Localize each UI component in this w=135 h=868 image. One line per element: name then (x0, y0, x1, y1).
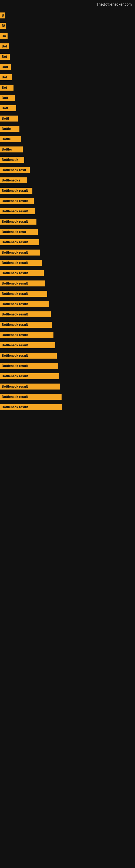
bottleneck-label: Bot (0, 43, 9, 50)
list-item: Bot (0, 41, 135, 52)
list-item: Bottleneck result (0, 340, 135, 350)
list-item: B/ (0, 21, 135, 31)
bottleneck-label: Bot (0, 54, 10, 60)
list-item: Bottleneck result (0, 278, 135, 289)
list-item: Bottleneck (0, 155, 135, 165)
bottleneck-label: Bottleneck result (0, 322, 52, 328)
bottleneck-label: Bottleneck result (0, 352, 57, 359)
bottleneck-label: Bottleneck result (0, 270, 44, 276)
bottleneck-label: Bottleneck (0, 157, 24, 163)
bottleneck-label: Bottleneck resu (0, 167, 30, 173)
bottleneck-label: Bottleneck resu (0, 229, 38, 235)
bottleneck-label: Bottleneck result (0, 383, 60, 390)
list-item: Bottleneck result (0, 196, 135, 206)
bottleneck-label: Bottle (0, 136, 21, 142)
bottleneck-label: Bottleneck result (0, 363, 58, 369)
bottleneck-label: Bottle (0, 126, 19, 132)
list-item: Bottleneck result (0, 381, 135, 392)
bottleneck-label: Bottleneck result (0, 198, 34, 204)
list-item: Bottleneck result (0, 309, 135, 319)
list-item: Bot (0, 52, 135, 62)
list-item: Bottleneck result (0, 319, 135, 330)
list-item: Bottleneck result (0, 392, 135, 402)
bottleneck-label: Bottler (0, 147, 23, 152)
bottleneck-label: Bottleneck result (0, 311, 51, 317)
bottleneck-label: Bottleneck result (0, 250, 40, 255)
bottleneck-label: Bot (0, 74, 12, 80)
bottleneck-label: Bott (0, 105, 16, 111)
list-item: Bottleneck result (0, 247, 135, 258)
bottleneck-label: Bottleneck result (0, 260, 42, 266)
list-item: Bottleneck result (0, 402, 135, 412)
bottleneck-label: Bott (0, 95, 15, 101)
list-item: Bottle (0, 134, 135, 144)
bottleneck-label: Bottleneck result (0, 342, 55, 348)
list-item: Bottleneck result (0, 350, 135, 361)
list-item: Bott (0, 103, 135, 113)
list-item: Bottleneck result (0, 299, 135, 309)
list-item: Bottleneck result (0, 186, 135, 196)
bottleneck-label: Bottleneck r (0, 177, 27, 183)
items-container: BB/BoBotBotBottBotBotBottBottBottlBottle… (0, 8, 135, 415)
bottleneck-label: Bottleneck result (0, 188, 32, 194)
bottleneck-label: Bottleneck result (0, 291, 47, 297)
list-item: Bottleneck result (0, 289, 135, 299)
list-item: Bottleneck result (0, 216, 135, 227)
site-title: TheBottlenecker.com (0, 0, 135, 8)
bottleneck-label: Bottleneck result (0, 208, 35, 214)
bottleneck-label: B (0, 12, 5, 19)
bottleneck-label: Bottleneck result (0, 404, 62, 410)
list-item: Bottleneck result (0, 237, 135, 247)
list-item: Bottleneck result (0, 371, 135, 381)
list-item: Bottle (0, 124, 135, 134)
list-item: Bottleneck r (0, 175, 135, 186)
bottleneck-label: Bottleneck result (0, 301, 49, 307)
bottleneck-label: Bottleneck result (0, 394, 61, 400)
bottleneck-label: Bottleneck result (0, 219, 37, 225)
bottleneck-label: B/ (0, 23, 6, 29)
list-item: Bottleneck result (0, 268, 135, 278)
list-item: Bottleneck resu (0, 227, 135, 237)
list-item: Bott (0, 93, 135, 103)
bottleneck-label: Bottleneck result (0, 332, 53, 338)
list-item: Bot (0, 83, 135, 93)
list-item: Bott (0, 62, 135, 72)
list-item: Bottleneck resu (0, 165, 135, 175)
bottleneck-label: Bottleneck result (0, 280, 45, 286)
list-item: Bottleneck result (0, 361, 135, 371)
list-item: Bottl (0, 113, 135, 124)
list-item: Bo (0, 31, 135, 41)
bottleneck-label: Bottleneck result (0, 373, 59, 379)
list-item: Bottler (0, 144, 135, 155)
bottleneck-label: Bo (0, 33, 8, 39)
bottleneck-label: Bot (0, 85, 13, 91)
bottleneck-label: Bottl (0, 116, 18, 122)
list-item: B (0, 10, 135, 21)
bottleneck-label: Bott (0, 64, 11, 70)
list-item: Bottleneck result (0, 330, 135, 340)
bottleneck-label: Bottleneck result (0, 239, 39, 245)
list-item: Bottleneck result (0, 206, 135, 216)
list-item: Bot (0, 72, 135, 83)
list-item: Bottleneck result (0, 258, 135, 268)
